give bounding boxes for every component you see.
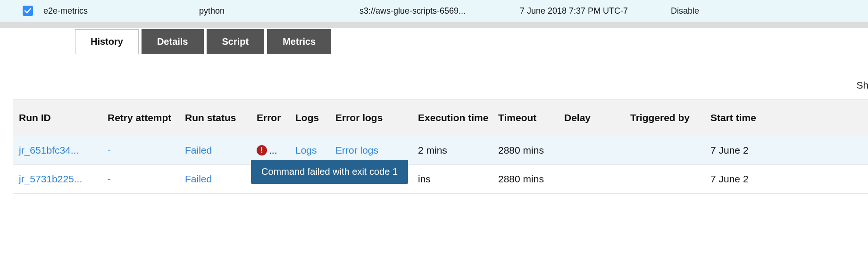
exec-time: 2 mins [418, 145, 498, 156]
table-header: Run ID Retry attempt Run status Error Lo… [13, 99, 868, 136]
col-start-time: Start time [710, 108, 776, 127]
error-icon: ! [257, 145, 267, 156]
run-history-table: Run ID Retry attempt Run status Error Lo… [13, 99, 868, 194]
run-status: Failed [185, 145, 257, 156]
disable-link[interactable]: Disable [671, 6, 699, 16]
col-logs: Logs [295, 108, 335, 127]
job-script-location: s3://aws-glue-scripts-6569... [359, 6, 520, 16]
retry-value: - [108, 173, 185, 185]
col-run-id: Run ID [19, 108, 108, 127]
run-status: Failed [185, 173, 257, 185]
table-row[interactable]: jr_5731b225... - Failed ins 2880 mins 7 … [13, 165, 868, 194]
tab-details[interactable]: Details [142, 29, 204, 54]
job-row: e2e-metrics python s3://aws-glue-scripts… [0, 0, 868, 22]
table-row[interactable]: jr_651bfc34... - Failed ! ... Logs Error… [13, 136, 868, 165]
job-checkbox[interactable] [23, 6, 33, 16]
error-logs-link[interactable]: Error logs [335, 145, 418, 156]
col-error: Error [257, 108, 295, 127]
tab-script[interactable]: Script [207, 29, 265, 54]
col-triggered: Triggered by [630, 108, 710, 127]
job-name: e2e-metrics [43, 6, 199, 16]
timeout-value: 2880 mins [498, 173, 564, 185]
job-language: python [199, 6, 359, 16]
error-tooltip: Command failed with exit code 1 [251, 160, 408, 184]
run-id-link[interactable]: jr_5731b225... [19, 173, 108, 185]
error-text: ... [269, 145, 277, 156]
run-id-link[interactable]: jr_651bfc34... [19, 145, 108, 156]
tab-history[interactable]: History [75, 29, 139, 54]
show-row: Show [0, 80, 868, 91]
job-last-modified: 7 June 2018 7:37 PM UTC-7 [520, 6, 671, 16]
timeout-value: 2880 mins [498, 145, 564, 156]
col-status: Run status [185, 108, 257, 127]
logs-link[interactable]: Logs [295, 145, 335, 156]
divider [0, 22, 868, 28]
col-timeout: Timeout [498, 108, 564, 127]
retry-value: - [108, 145, 185, 156]
col-delay: Delay [564, 108, 630, 127]
error-cell[interactable]: ! ... [257, 145, 295, 156]
col-retry: Retry attempt [108, 108, 185, 127]
start-time: 7 June 2 [710, 145, 776, 156]
tab-metrics[interactable]: Metrics [267, 29, 331, 54]
col-exec-time: Execution time [418, 108, 498, 127]
show-label[interactable]: Show [856, 80, 868, 90]
exec-time: ins [418, 173, 498, 185]
checkmark-icon [24, 7, 32, 15]
start-time: 7 June 2 [710, 173, 776, 185]
tabs: History Details Script Metrics [0, 28, 868, 54]
col-error-logs: Error logs [335, 108, 418, 127]
